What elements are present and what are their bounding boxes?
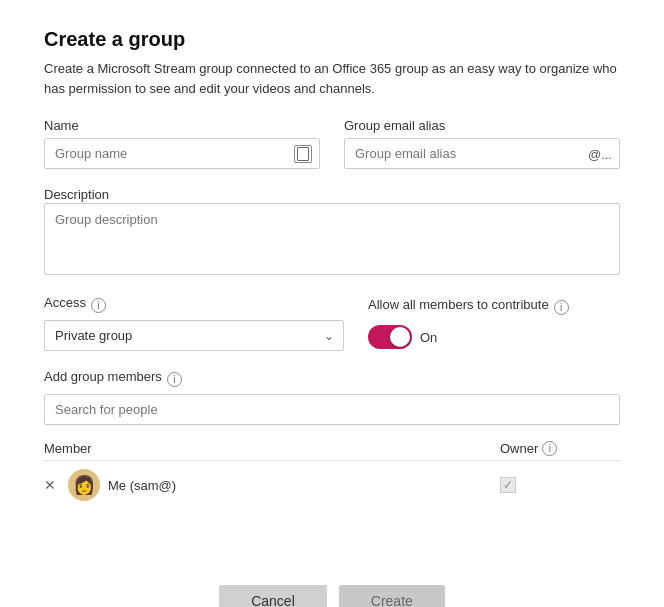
email-input[interactable] bbox=[344, 138, 620, 169]
contribute-info-icon[interactable]: i bbox=[554, 300, 569, 315]
modal-title: Create a group bbox=[44, 28, 620, 51]
col-member-header: Member bbox=[44, 441, 500, 456]
contribute-group: Allow all members to contribute i On bbox=[368, 295, 620, 349]
access-row: Access i Private group Public group ⌄ Al… bbox=[44, 295, 620, 351]
name-input[interactable] bbox=[44, 138, 320, 169]
owner-label: Owner bbox=[500, 441, 538, 456]
search-input[interactable] bbox=[44, 394, 620, 425]
description-group: Description bbox=[44, 185, 620, 279]
members-label-row: Add group members i bbox=[44, 369, 620, 389]
avatar: 👩 bbox=[68, 469, 100, 501]
contribute-label: Allow all members to contribute bbox=[368, 297, 549, 312]
name-group: Name bbox=[44, 118, 320, 169]
members-info-icon[interactable]: i bbox=[167, 372, 182, 387]
col-owner-header: Owner i bbox=[500, 441, 620, 456]
contribute-toggle-row: On bbox=[368, 325, 620, 349]
table-header: Member Owner i bbox=[44, 441, 620, 461]
member-name: Me (sam@) bbox=[108, 478, 176, 493]
description-textarea[interactable] bbox=[44, 203, 620, 275]
name-icon bbox=[294, 145, 312, 163]
access-info-icon[interactable]: i bbox=[91, 298, 106, 313]
member-cell: ✕ 👩 Me (sam@) bbox=[44, 469, 500, 501]
toggle-label: On bbox=[420, 330, 437, 345]
owner-info-icon[interactable]: i bbox=[542, 441, 557, 456]
description-label: Description bbox=[44, 187, 109, 202]
members-group: Add group members i bbox=[44, 369, 620, 425]
email-label: Group email alias bbox=[344, 118, 620, 133]
cancel-button[interactable]: Cancel bbox=[219, 585, 327, 607]
table-row: ✕ 👩 Me (sam@) ✓ bbox=[44, 461, 620, 509]
owner-cell: ✓ bbox=[500, 477, 620, 493]
access-label: Access bbox=[44, 295, 86, 310]
contribute-label-row: Allow all members to contribute i bbox=[368, 297, 620, 317]
access-label-row: Access i bbox=[44, 295, 344, 315]
access-select[interactable]: Private group Public group bbox=[44, 320, 344, 351]
remove-button[interactable]: ✕ bbox=[44, 477, 56, 493]
create-group-modal: Create a group Create a Microsoft Stream… bbox=[12, 0, 652, 607]
access-select-wrapper: Private group Public group ⌄ bbox=[44, 320, 344, 351]
email-input-wrapper: @... bbox=[344, 138, 620, 169]
checkmark-icon: ✓ bbox=[503, 478, 513, 492]
footer: Cancel Create bbox=[44, 569, 620, 607]
toggle-knob bbox=[390, 327, 410, 347]
modal-description: Create a Microsoft Stream group connecte… bbox=[44, 59, 620, 98]
email-group: Group email alias @... bbox=[344, 118, 620, 169]
name-label: Name bbox=[44, 118, 320, 133]
create-button[interactable]: Create bbox=[339, 585, 445, 607]
members-label: Add group members bbox=[44, 369, 162, 384]
name-email-row: Name Group email alias @... bbox=[44, 118, 620, 169]
email-suffix: @... bbox=[588, 146, 612, 161]
name-input-wrapper bbox=[44, 138, 320, 169]
contribute-toggle[interactable] bbox=[368, 325, 412, 349]
owner-checkbox: ✓ bbox=[500, 477, 516, 493]
access-group: Access i Private group Public group ⌄ bbox=[44, 295, 344, 351]
